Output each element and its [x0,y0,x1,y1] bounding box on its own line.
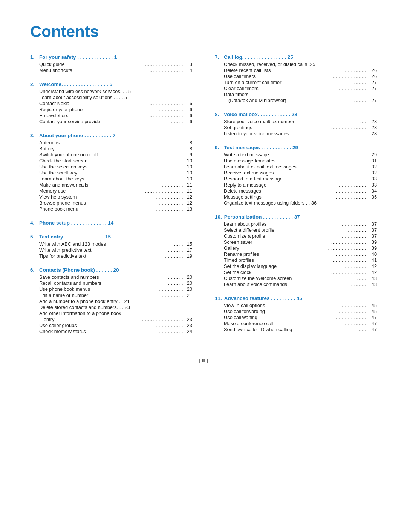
toc-section: 6.Contacts (Phone book) . . . . . . 20Sa… [30,267,192,334]
section-number: 2. [30,81,37,87]
right-column: 7.Call log. . . . . . . . . . . . . . . … [215,54,377,342]
toc-entry: Understand wireless network services. . … [39,89,192,94]
entry-text: Learn about voice commands [224,281,351,287]
section-title: For your safety . . . . . . . . . . . . … [39,54,117,60]
entry-text: Timed profiles [224,257,333,263]
entry-dots: ...................... [150,113,183,118]
entry-page: 11 [183,182,192,188]
entry-page: 12 [183,194,192,200]
toc-entry: Use message templates................31 [224,158,377,164]
entry-page: 33 [368,176,377,182]
entry-dots: ............... [345,321,368,326]
entry-page: 9 [183,152,192,157]
entry-page: 20 [183,274,192,280]
toc-entry: Use call forwarding...................45 [224,309,377,314]
entry-text: Organize text messages using folders . .… [224,200,377,206]
entry-text: Phone book menu [39,206,154,212]
entry-page: 13 [183,206,192,212]
toc-entry: Learn about voice commands...........43 [224,281,377,287]
entry-page: 27 [368,79,377,85]
toc-entry: Clear call timers...................27 [224,86,377,91]
entry-text: Memory use [39,188,145,194]
entry-dots: ................. [342,152,368,157]
entry-dots: ....................... [333,73,368,79]
entry-text: Add other information to a phone book [39,310,192,316]
entry-text: entry [44,316,140,322]
toc-entry: Respond to a text message...........33 [224,176,377,182]
entry-dots: ............... [160,182,183,188]
entry-text: Use phone book menus [39,286,159,292]
toc-entry: Set the clock.........................42 [224,269,377,275]
entry-page: 27 [368,86,377,91]
entry-page: 21 [183,292,192,298]
toc-entry: Use caller groups...................23 [39,323,192,328]
toc-entry: Listen to your voice messages.......28 [224,131,377,136]
entry-dots: ......................... [145,140,183,145]
entry-text: Tips for predictive text [39,253,163,259]
toc-entry: Make a conference call...............47 [224,321,377,326]
entry-text: Turn on a current call timer [224,79,354,85]
toc-entry: Save contacts and numbers...........20 [39,274,192,280]
entry-page: 37 [368,221,377,227]
entry-text: Contact your service provider [39,119,170,124]
section-number: 7. [215,54,222,60]
entry-page: 10 [183,170,192,176]
entry-text: Use call waiting [224,315,336,320]
entry-page: 37 [368,233,377,239]
toc-section: 4.Phone setup . . . . . . . . . . . . . … [30,220,192,226]
entry-text: Reply to a message [224,182,339,188]
toc-entry: Delete messages.....................34 [224,188,377,194]
section-number: 11. [215,295,222,301]
entry-page: 20 [183,286,192,292]
entry-dots: ................... [339,86,368,91]
entry-page: 10 [183,158,192,164]
toc-entry: Switch your phone on or off.........9 [39,152,192,157]
section-title: Advanced features . . . . . . . . . 45 [224,295,302,301]
entry-dots: ......................... [145,188,183,194]
toc-entry: Organize text messages using folders . .… [224,200,377,206]
entry-dots: ......... [354,98,368,103]
entry-page: 15 [183,241,192,247]
toc-entry: E-newsletters......................6 [39,113,192,118]
entry-page: 3 [183,61,192,67]
entry-dots: ......... [170,152,184,157]
entry-dots: ............... [345,67,368,73]
entry-page: 6 [183,101,192,106]
toc-entry: Write with ABC and 123 modes.......15 [39,241,192,247]
footer: [ iii ] [30,358,377,363]
toc-entry: Use call waiting.....................47 [224,315,377,320]
toc-section: 1.For your safety . . . . . . . . . . . … [30,54,192,73]
entry-text: Gallery [224,245,328,251]
entry-text: Learn about the keys [39,176,159,182]
entry-text: Learn about e-mail text messages [224,164,360,170]
entry-dots: ................ [343,158,368,164]
entry-dots: ....... [173,241,183,247]
entry-text: Quick guide [39,61,145,67]
toc-entry: Phone book menu...................13 [39,206,192,212]
section-title: Phone setup . . . . . . . . . . . . . 14 [39,220,113,226]
entry-dots: ......................... [330,269,368,275]
entry-page: 20 [183,280,192,286]
entry-text: Use message templates [224,158,343,164]
toc-entry: Contact Nokia......................6 [39,101,192,106]
entry-page: 28 [368,125,377,130]
toc-entry: Add a number to a phone book entry . . 2… [39,298,192,304]
toc-entry: Write a text message.................29 [224,152,377,157]
entry-page: 42 [368,269,377,275]
entry-dots: ................. [157,329,183,334]
entry-text: Make a conference call [224,321,345,326]
entry-page: 28 [368,131,377,136]
entry-dots: ......... [354,79,368,85]
toc-entry: Learn about accessibility solutions . . … [39,95,192,100]
toc-entry: Send own caller ID when calling......47 [224,327,377,332]
section-title: Text entry. . . . . . . . . . . . . . . … [39,234,111,240]
entry-page: 42 [368,263,377,269]
entry-page: 28 [368,119,377,124]
toc-entry: (Data/fax and Minibrowser).........27 [228,98,377,103]
toc-entry: Customize a profile..................37 [224,233,377,239]
toc-entry: Rename profiles.....................40 [224,251,377,257]
toc-entry: Battery..........................8 [39,146,192,151]
toc-entry: Quick guide.........................3 [39,61,192,67]
entry-dots: ......................... [145,61,183,67]
entry-text: Set greetings [224,125,330,130]
